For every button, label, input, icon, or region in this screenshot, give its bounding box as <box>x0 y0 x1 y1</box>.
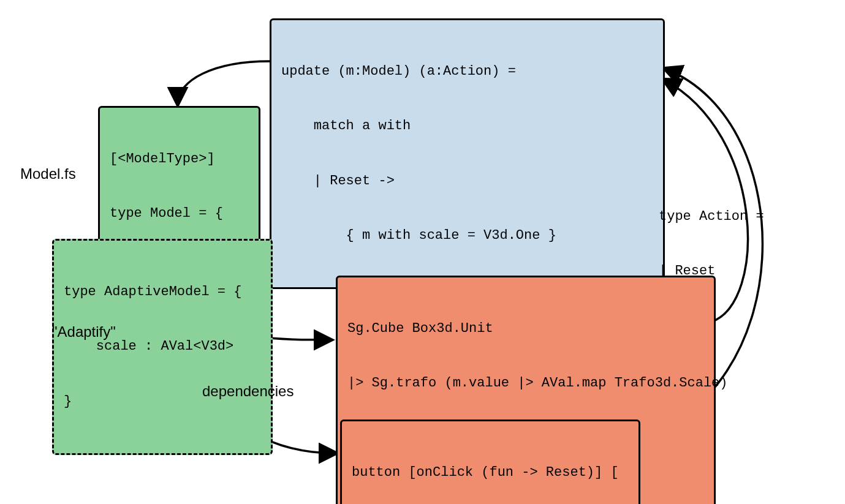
adaptive-box: type AdaptiveModel = { scale : AVal<V3d>… <box>52 239 273 455</box>
adaptive-line1: type AdaptiveModel = { <box>64 283 261 301</box>
view3d-line1: Sg.Cube Box3d.Unit <box>347 320 704 338</box>
update-line2: match a with <box>281 117 653 135</box>
label-action-line1: type Action = <box>659 208 764 226</box>
label-action-line2: | Reset <box>659 262 764 280</box>
diagram-stage: update (m:Model) (a:Action) = match a wi… <box>0 0 845 504</box>
view3d-line2: |> Sg.trafo (m.value |> AVal.map Trafo3d… <box>347 374 704 393</box>
label-dependencies: dependencies <box>202 383 294 400</box>
update-line4: { m with scale = V3d.One } <box>281 227 653 245</box>
update-line3: | Reset -> <box>281 172 653 190</box>
model-line1: [<ModelType>] <box>110 150 249 168</box>
update-box: update (m:Model) (a:Action) = match a wi… <box>270 18 665 289</box>
model-line2: type Model = { <box>110 205 249 223</box>
button-line1: button [onClick (fun -> Reset)] [ <box>352 464 629 482</box>
update-line1: update (m:Model) (a:Action) = <box>281 62 653 81</box>
button-box: button [onClick (fun -> Reset)] [ text "… <box>340 419 640 504</box>
label-action: type Action = | Reset <box>659 171 764 317</box>
arrow-update-to-model <box>178 61 270 104</box>
label-modelfs: Model.fs <box>20 165 76 182</box>
label-adaptify: "Adaptify" <box>52 323 116 340</box>
